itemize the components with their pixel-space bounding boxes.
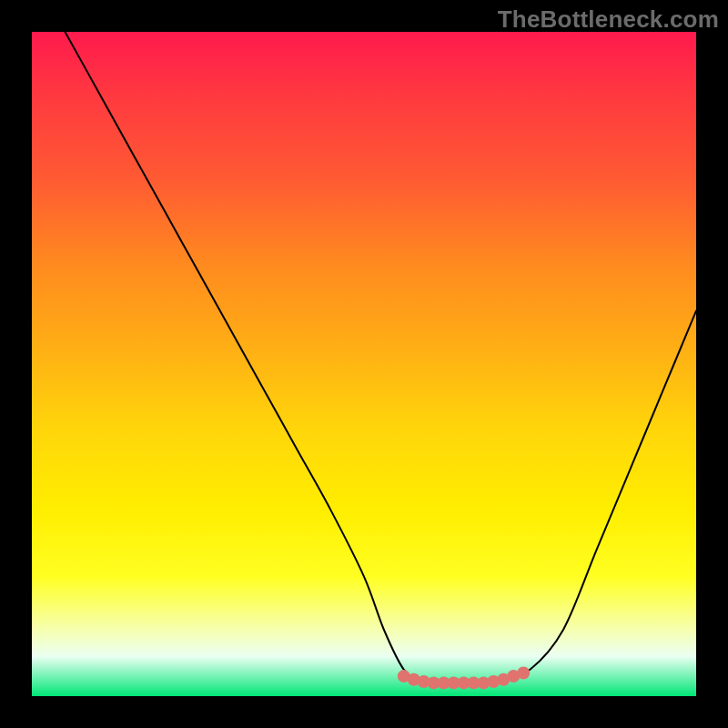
watermark-text: TheBottleneck.com	[498, 5, 719, 34]
chart-svg	[32, 32, 696, 696]
bottleneck-curve	[66, 32, 697, 683]
chart-frame: TheBottleneck.com	[0, 0, 728, 728]
optimal-dot	[517, 666, 530, 679]
optimal-zone	[398, 666, 530, 689]
